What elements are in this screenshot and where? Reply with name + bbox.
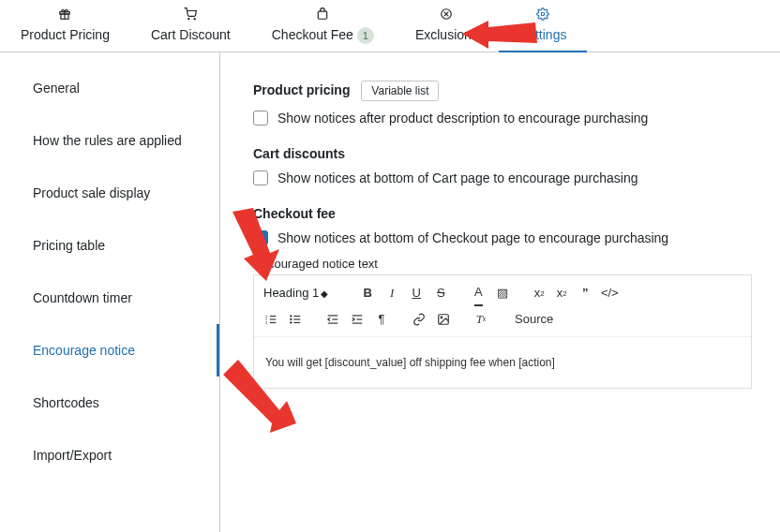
link-icon[interactable] — [410, 310, 428, 329]
svg-point-18 — [291, 322, 292, 323]
sidebar-item-rules[interactable]: How the rules are applied — [0, 114, 219, 167]
superscript-icon[interactable]: x2 — [553, 284, 570, 303]
checkbox-checkout-notice[interactable] — [253, 230, 268, 245]
rich-text-editor: Heading 1◆ B I U S A ▨ x2 x2 ” </> — [253, 274, 752, 389]
subscript-icon[interactable]: x2 — [531, 284, 548, 303]
section-checkout-fee: Checkout fee Show notices at bottom of C… — [253, 206, 752, 389]
section-product-pricing: Product pricing Variable list Show notic… — [253, 81, 752, 126]
svg-point-6 — [541, 12, 545, 16]
checkbox-label: Show notices at bottom of Checkout page … — [278, 230, 668, 245]
svg-point-17 — [291, 318, 292, 319]
remove-format-icon[interactable]: Tx — [472, 310, 490, 329]
sidebar-item-encourage-notice[interactable]: Encourage notice — [0, 324, 219, 377]
section-title: Product pricing — [253, 82, 350, 97]
image-icon[interactable] — [434, 310, 453, 329]
tab-label: Checkout Fee1 — [272, 27, 374, 44]
settings-content: Product pricing Variable list Show notic… — [220, 52, 780, 532]
section-title: Cart discounts — [253, 146, 345, 161]
underline-icon[interactable]: U — [407, 284, 426, 303]
sidebar-item-general[interactable]: General — [0, 62, 219, 114]
exclude-icon — [440, 7, 453, 23]
badge-count: 1 — [357, 27, 374, 44]
italic-icon[interactable]: I — [382, 284, 401, 303]
top-tabs: Product Pricing Cart Discount Checkout F… — [0, 0, 780, 52]
svg-rect-4 — [319, 11, 327, 19]
svg-text:3: 3 — [265, 321, 267, 325]
numbered-list-icon[interactable]: 123 — [262, 310, 280, 329]
tab-settings[interactable]: Settings — [499, 0, 588, 52]
sidebar-item-pricing-table[interactable]: Pricing table — [0, 219, 219, 272]
bg-color-icon[interactable]: ▨ — [493, 284, 512, 303]
variable-list-button[interactable]: Variable list — [361, 81, 439, 101]
editor-toolbar: Heading 1◆ B I U S A ▨ x2 x2 ” </> — [254, 275, 751, 337]
bag-icon — [316, 7, 329, 23]
indent-icon[interactable] — [348, 310, 367, 329]
tab-label: Product Pricing — [21, 27, 110, 42]
section-cart-discounts: Cart discounts Show notices at bottom of… — [253, 146, 752, 185]
paragraph-icon[interactable]: ¶ — [372, 310, 391, 329]
gift-icon — [58, 7, 71, 23]
svg-point-2 — [188, 19, 189, 20]
gear-icon — [536, 7, 549, 23]
sidebar-item-sale-display[interactable]: Product sale display — [0, 167, 219, 219]
svg-point-16 — [291, 316, 292, 317]
bold-icon[interactable]: B — [358, 284, 377, 303]
field-label: Encouraged notice text — [253, 257, 752, 271]
text-color-icon[interactable]: A — [469, 284, 488, 303]
tab-label: Settings — [519, 27, 567, 42]
checkbox-label: Show notices at bottom of Cart page to e… — [278, 170, 638, 185]
tab-checkout-fee[interactable]: Checkout Fee1 — [251, 0, 395, 52]
blockquote-icon[interactable]: ” — [576, 284, 594, 303]
heading-dropdown[interactable]: Heading 1◆ — [262, 281, 332, 306]
sidebar-item-shortcodes[interactable]: Shortcodes — [0, 377, 219, 429]
tab-product-pricing[interactable]: Product Pricing — [0, 0, 130, 52]
svg-point-26 — [441, 317, 442, 318]
editor-textarea[interactable]: You will get [discount_value] off shippi… — [254, 337, 751, 388]
checkbox-product-notice[interactable] — [253, 111, 268, 126]
checkbox-label: Show notices after product description t… — [278, 111, 648, 126]
bullet-list-icon[interactable] — [286, 310, 305, 329]
checkbox-cart-notice[interactable] — [253, 170, 268, 185]
tab-label: Exclusions — [415, 27, 478, 42]
strike-icon[interactable]: S — [431, 284, 450, 303]
code-icon[interactable]: </> — [600, 284, 619, 303]
source-button[interactable]: Source — [515, 308, 553, 332]
tab-exclusions[interactable]: Exclusions — [395, 0, 499, 52]
sidebar-item-import-export[interactable]: Import/Export — [0, 429, 219, 481]
outdent-icon[interactable] — [323, 310, 342, 329]
tab-cart-discount[interactable]: Cart Discount — [130, 0, 251, 52]
sidebar-item-countdown[interactable]: Countdown timer — [0, 272, 219, 324]
settings-sidebar: General How the rules are applied Produc… — [0, 52, 220, 532]
svg-point-3 — [194, 19, 195, 20]
cart-icon — [184, 7, 197, 23]
section-title: Checkout fee — [253, 206, 336, 221]
tab-label: Cart Discount — [151, 27, 231, 42]
